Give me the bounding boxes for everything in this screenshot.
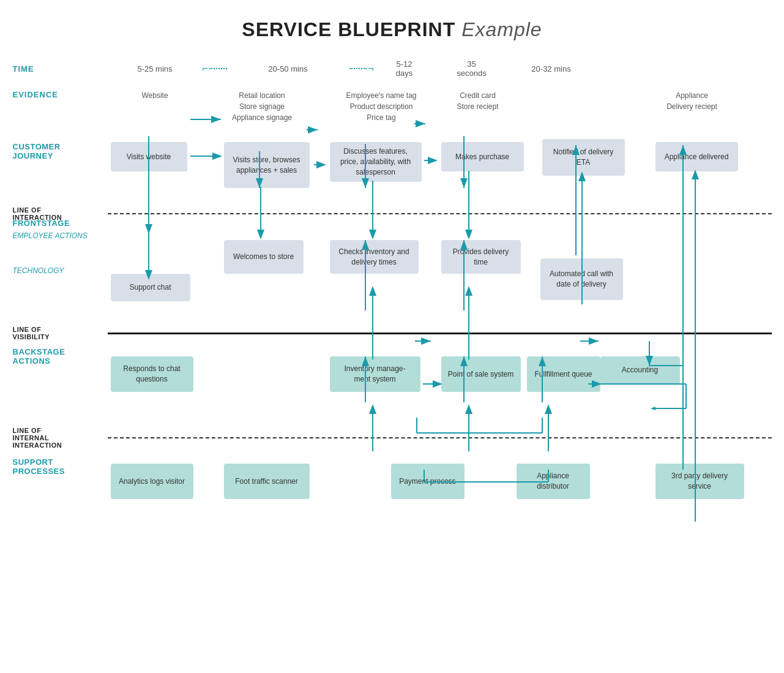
- line-internal-dash: [108, 437, 772, 438]
- technology-label: TECHNOLOGY: [13, 266, 105, 275]
- evidence-cells: Website Retail location Store signage Ap…: [108, 90, 772, 123]
- card-analytics: Analytics logs visitor: [111, 464, 193, 499]
- line-internal-label: LINE OF INTERNAL INTERACTION: [13, 427, 108, 449]
- line-interaction-dash: [108, 213, 772, 214]
- line-visibility-label: LINE OF VISIBILITY: [13, 326, 108, 340]
- card-checks-inventory: Checks inventory and delivery times: [330, 240, 419, 274]
- card-accounting: Accounting: [600, 356, 680, 384]
- time-cell-bracket-l: ⌐: [203, 63, 227, 74]
- content-area: LINE OF INTERACTION LINE OF VISIBILITY L…: [13, 139, 772, 673]
- line-internal-container: LINE OF INTERNAL INTERACTION: [13, 427, 772, 449]
- time-cell-5: 20-32 mins: [509, 64, 594, 73]
- evidence-cell-1: Website: [108, 90, 203, 101]
- card-appliance-dist: Appliance distributor: [517, 464, 590, 499]
- card-provides-delivery: Provides delivery time: [441, 240, 521, 274]
- line-visibility-container: LINE OF VISIBILITY: [13, 326, 772, 340]
- card-welcomes-store: Welcomes to store: [224, 240, 304, 274]
- card-support-chat: Support chat: [111, 274, 190, 301]
- evidence-row: EVIDENCE Website Retail location Store s…: [13, 90, 772, 127]
- blueprint-container: TIME 5-25 mins ⌐ 20-50 mins ¬ 5-12 days …: [13, 53, 772, 673]
- evidence-label: EVIDENCE: [13, 90, 108, 99]
- backstage-label: BACKSTAGE ACTIONS: [13, 347, 105, 366]
- card-fullfillment: Fullfillment queue: [527, 356, 600, 392]
- time-cell-bracket-r: ¬: [349, 63, 374, 74]
- svg-marker-42: [651, 407, 655, 410]
- card-inventory-mgmt: Inventory manage- ment system: [330, 356, 420, 392]
- card-visits-website: Visits website: [111, 142, 187, 171]
- time-cell-1: 5-25 mins: [108, 64, 203, 73]
- time-cell-2: 20-50 mins: [227, 64, 349, 73]
- card-visits-store: Visits store, browses appliances + sales: [224, 142, 310, 188]
- line-interaction-container: LINE OF INTERACTION: [13, 206, 772, 221]
- evidence-cell-3: Employee's name tag Product description …: [322, 90, 441, 123]
- card-payment: Payment process: [391, 464, 465, 499]
- customer-journey-label: CUSTOMER JOURNEY: [13, 142, 105, 160]
- card-pos-system: Point of sale system: [441, 356, 521, 392]
- time-row: TIME 5-25 mins ⌐ 20-50 mins ¬ 5-12 days …: [13, 53, 772, 84]
- card-automated-call: Automated call with date of delivery: [540, 258, 623, 300]
- page-title: SERVICE BLUEPRINT Example: [0, 0, 784, 53]
- evidence-cell-7: Appliance Delivery reciept: [649, 90, 735, 112]
- support-processes-label: SUPPORT PROCESSES: [13, 457, 105, 476]
- line-visibility-solid: [108, 333, 772, 334]
- card-makes-purchase: Makes purchase: [441, 142, 524, 171]
- time-label: TIME: [13, 64, 108, 73]
- time-cells: 5-25 mins ⌐ 20-50 mins ¬ 5-12 days 35 se…: [108, 59, 772, 78]
- time-cell-3: 5-12 days: [374, 59, 435, 78]
- card-notified-eta: Notified of delivery ETA: [542, 139, 625, 176]
- frontstage-label: FRONTSTAGE EMPLOYEE ACTIONS: [13, 219, 105, 240]
- card-3rd-party: 3rd party delivery service: [655, 464, 744, 499]
- card-discusses: Discusses features, price, availability,…: [330, 142, 422, 182]
- card-appliance-delivered: Appliance delivered: [655, 142, 738, 171]
- evidence-cell-2: Retail location Store signage Appliance …: [203, 90, 322, 123]
- card-responds-chat: Responds to chat questions: [111, 356, 193, 392]
- card-foot-traffic: Foot traffic scanner: [224, 464, 310, 499]
- time-cell-4: 35 seconds: [435, 59, 509, 78]
- evidence-cell-4: Credit card Store reciept: [441, 90, 515, 112]
